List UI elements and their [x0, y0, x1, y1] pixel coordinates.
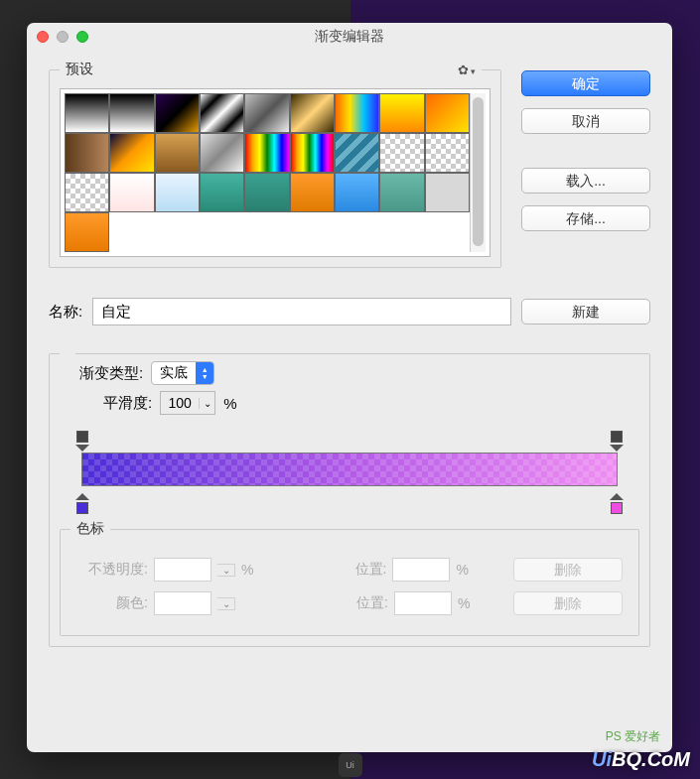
ui-cn-icon: Ui — [339, 753, 362, 777]
delete-color-stop-button: 删除 — [513, 591, 623, 615]
smoothness-input[interactable]: 100 ⌄ — [160, 391, 215, 415]
preset-swatch[interactable] — [65, 133, 109, 173]
preset-swatch[interactable] — [109, 173, 154, 212]
preset-swatch[interactable] — [290, 93, 335, 133]
preset-swatch[interactable] — [425, 173, 470, 212]
chevron-down-icon: ⌄ — [217, 597, 235, 610]
color-stop-right[interactable] — [610, 494, 624, 512]
preset-swatch[interactable] — [379, 173, 424, 212]
preset-swatch[interactable] — [244, 93, 289, 133]
preset-swatch[interactable] — [155, 93, 200, 133]
position-unit: % — [456, 562, 468, 578]
stops-legend: 色标 — [70, 520, 110, 538]
chevron-updown-icon: ▲▼ — [196, 362, 213, 384]
gradient-type-label: 渐变类型: — [79, 364, 143, 383]
preset-swatch[interactable] — [65, 173, 109, 212]
delete-opacity-stop-button: 删除 — [513, 558, 623, 582]
name-input[interactable] — [92, 298, 511, 325]
preset-swatch[interactable] — [335, 93, 379, 133]
ok-button[interactable]: 确定 — [521, 70, 650, 96]
gradient-preview — [81, 453, 618, 486]
opacity-unit: % — [241, 562, 253, 578]
gradient-ramp[interactable] — [71, 433, 628, 512]
position-unit: % — [458, 595, 470, 611]
color-label: 颜色: — [76, 594, 148, 612]
color-position-field — [394, 591, 452, 615]
gradient-settings-group: . 渐变类型: 实底 ▲▼ 平滑度: 100 ⌄ % — [49, 345, 650, 647]
position-label: 位置: — [317, 594, 388, 612]
load-button[interactable]: 载入... — [521, 168, 650, 194]
opacity-stop-right[interactable] — [610, 433, 624, 451]
window-title: 渐变编辑器 — [27, 28, 672, 46]
preset-swatch[interactable] — [155, 133, 200, 173]
preset-swatch[interactable] — [200, 173, 244, 212]
preset-swatch[interactable] — [335, 173, 379, 212]
preset-swatch[interactable] — [155, 173, 200, 212]
smoothness-label: 平滑度: — [103, 394, 152, 413]
gradient-editor-dialog: 渐变编辑器 预设 ✿ 确定 取消 载入... — [27, 23, 672, 752]
preset-swatch[interactable] — [244, 133, 289, 173]
new-button[interactable]: 新建 — [521, 299, 650, 325]
preset-swatch[interactable] — [425, 93, 470, 133]
preset-swatch[interactable] — [244, 173, 289, 212]
save-button[interactable]: 存储... — [521, 205, 650, 231]
preset-swatch[interactable] — [109, 93, 154, 133]
color-stops-group: 色标 不透明度: ⌄ % 位置: % 删除 颜色: ⌄ — [60, 520, 639, 636]
preset-swatch[interactable] — [200, 93, 244, 133]
opacity-position-field — [392, 558, 450, 582]
name-label: 名称: — [49, 303, 82, 322]
color-stop-left[interactable] — [75, 494, 89, 512]
opacity-label: 不透明度: — [76, 561, 148, 579]
watermark-small: PS 爱好者 — [606, 728, 660, 745]
preset-swatch[interactable] — [290, 173, 335, 212]
preset-swatch[interactable] — [65, 212, 109, 252]
preset-swatch[interactable] — [335, 133, 379, 173]
preset-swatch[interactable] — [200, 133, 244, 173]
preset-swatch[interactable] — [425, 133, 470, 173]
presets-label: 预设 — [60, 61, 99, 78]
preset-list — [60, 88, 490, 257]
scrollbar[interactable] — [470, 93, 486, 252]
smoothness-unit: % — [223, 395, 236, 412]
cancel-button[interactable]: 取消 — [521, 108, 650, 134]
preset-swatch[interactable] — [109, 133, 154, 173]
color-field — [154, 591, 211, 615]
gradient-type-select[interactable]: 实底 ▲▼ — [151, 361, 214, 385]
position-label: 位置: — [315, 561, 386, 579]
preset-swatch[interactable] — [379, 133, 424, 173]
chevron-down-icon: ⌄ — [217, 564, 235, 577]
titlebar: 渐变编辑器 — [27, 23, 672, 51]
preset-swatch[interactable] — [379, 93, 424, 133]
watermark: UiBQ.CoM — [592, 748, 690, 771]
preset-swatch[interactable] — [290, 133, 335, 173]
gear-icon[interactable]: ✿ — [458, 63, 476, 77]
opacity-field — [154, 558, 211, 582]
preset-swatch[interactable] — [65, 93, 109, 133]
presets-group: 预设 ✿ — [49, 61, 501, 268]
opacity-stop-left[interactable] — [75, 433, 89, 451]
chevron-down-icon: ⌄ — [199, 398, 214, 409]
